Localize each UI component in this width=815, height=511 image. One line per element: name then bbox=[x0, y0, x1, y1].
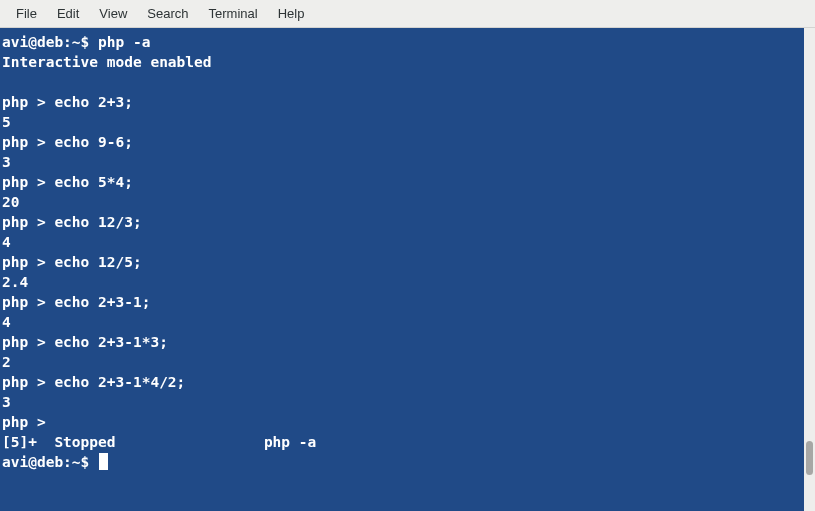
terminal-line: php > echo 12/3; bbox=[2, 212, 802, 232]
terminal-line: 3 bbox=[2, 152, 802, 172]
terminal-line: avi@deb:~$ php -a bbox=[2, 32, 802, 52]
menu-file[interactable]: File bbox=[6, 2, 47, 25]
scrollbar-track[interactable] bbox=[804, 28, 815, 511]
terminal-line: 3 bbox=[2, 392, 802, 412]
terminal-line: php > echo 5*4; bbox=[2, 172, 802, 192]
terminal-line: [5]+ Stopped php -a bbox=[2, 432, 802, 452]
terminal-line: php > echo 2+3-1; bbox=[2, 292, 802, 312]
terminal-line: php > echo 2+3; bbox=[2, 92, 802, 112]
terminal-line: 4 bbox=[2, 312, 802, 332]
terminal-line: 20 bbox=[2, 192, 802, 212]
terminal-line: 5 bbox=[2, 112, 802, 132]
terminal-cursor bbox=[99, 453, 108, 470]
terminal-line: php > echo 9-6; bbox=[2, 132, 802, 152]
menubar: File Edit View Search Terminal Help bbox=[0, 0, 815, 28]
menu-help[interactable]: Help bbox=[268, 2, 315, 25]
terminal-line: 2 bbox=[2, 352, 802, 372]
menu-terminal[interactable]: Terminal bbox=[199, 2, 268, 25]
terminal-line: 4 bbox=[2, 232, 802, 252]
terminal-line: php > echo 2+3-1*3; bbox=[2, 332, 802, 352]
terminal-line: 2.4 bbox=[2, 272, 802, 292]
terminal-output[interactable]: avi@deb:~$ php -aInteractive mode enable… bbox=[0, 28, 804, 511]
terminal-line: php > bbox=[2, 412, 802, 432]
menu-edit[interactable]: Edit bbox=[47, 2, 89, 25]
terminal-line: avi@deb:~$ bbox=[2, 452, 802, 472]
terminal-line bbox=[2, 72, 802, 92]
scrollbar-thumb[interactable] bbox=[806, 441, 813, 475]
terminal-line: php > echo 2+3-1*4/2; bbox=[2, 372, 802, 392]
terminal-line: Interactive mode enabled bbox=[2, 52, 802, 72]
menu-search[interactable]: Search bbox=[137, 2, 198, 25]
terminal-line: php > echo 12/5; bbox=[2, 252, 802, 272]
menu-view[interactable]: View bbox=[89, 2, 137, 25]
terminal-container: avi@deb:~$ php -aInteractive mode enable… bbox=[0, 28, 815, 511]
